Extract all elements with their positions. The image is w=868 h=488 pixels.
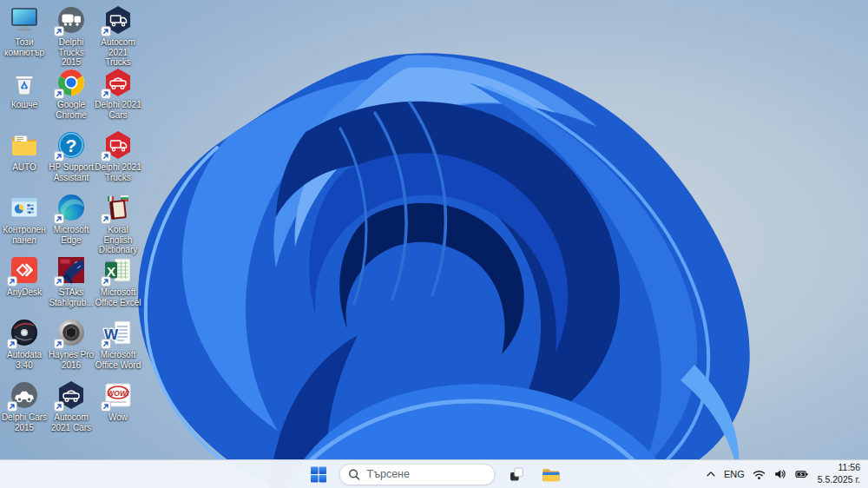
- desktop-icon-cars-circle[interactable]: Delphi Cars 2015: [1, 379, 48, 432]
- desktop-icon-recycle-bin[interactable]: Кошче: [1, 67, 48, 110]
- desktop-icon-disc[interactable]: Autodata 3.40: [1, 317, 48, 370]
- desktop-icon-label: Microsoft Office Excel: [95, 287, 141, 307]
- file-explorer-button[interactable]: [537, 463, 563, 485]
- desktop-icon-label: Autocom 2021 Cars: [48, 412, 95, 432]
- windows-desktop: ?: [0, 0, 868, 488]
- desktop-icon-label: Microsoft Office Word: [95, 350, 141, 370]
- desktop-icon-excel[interactable]: Microsoft Office Excel: [95, 254, 141, 307]
- shortcut-arrow-icon: [7, 401, 17, 412]
- desktop-icon-label: STAks Stahlgrub...: [48, 287, 95, 307]
- shortcut-arrow-icon: [101, 339, 111, 349]
- this-pc-icon: [9, 4, 40, 36]
- desktop-icon-this-pc[interactable]: Този компютър: [1, 4, 48, 57]
- desktop-icon-label: Wow: [95, 412, 141, 423]
- search-placeholder: Търсене: [367, 468, 410, 480]
- desktop-icon-dictionary[interactable]: Koral English Dictionary: [95, 192, 141, 255]
- desktop-icon-label: Haynes Pro 2016: [48, 350, 95, 370]
- windows-logo-icon: [310, 466, 326, 483]
- desktop-icon-folder[interactable]: AUTO: [1, 129, 48, 173]
- folder-icon: [9, 129, 40, 161]
- battery-charging-icon[interactable]: [794, 468, 810, 480]
- clock-time: 11:56: [818, 462, 860, 474]
- desktop-icon-label: Autocom 2021 Trucks: [95, 37, 141, 68]
- wifi-icon[interactable]: [753, 469, 766, 480]
- desktop-icon-truck-hex-dark[interactable]: Autocom 2021 Trucks: [95, 4, 141, 68]
- clock-date: 5.5.2025 г.: [818, 474, 860, 486]
- desktop-icon-label: Delphi 2021 Trucks: [95, 162, 141, 182]
- desktop-icon-label: Google Chrome: [48, 100, 95, 120]
- desktop-icon-label: Koral English Dictionary: [95, 225, 141, 255]
- desktop-icon-haynes[interactable]: Haynes Pro 2016: [48, 317, 95, 370]
- search-icon: [349, 469, 360, 480]
- desktop-icon-wow[interactable]: Wow: [95, 379, 141, 423]
- recycle-bin-icon: [9, 67, 40, 98]
- shortcut-arrow-icon: [54, 214, 64, 224]
- desktop-icon-edge[interactable]: Microsoft Edge: [48, 192, 95, 245]
- desktop-icon-truck-hex-red[interactable]: Delphi 2021 Trucks: [95, 129, 141, 182]
- desktop-icon-stahl[interactable]: STAks Stahlgrub...: [48, 254, 95, 307]
- desktop-icon-label: HP Support Assistant: [48, 162, 95, 182]
- shortcut-arrow-icon: [54, 401, 64, 412]
- desktop-icon-hp-question[interactable]: HP Support Assistant: [48, 129, 95, 182]
- desktop-icon-label: AUTO: [1, 162, 48, 173]
- language-indicator[interactable]: ENG: [724, 469, 745, 479]
- desktop-icon-word[interactable]: Microsoft Office Word: [95, 317, 141, 370]
- shortcut-arrow-icon: [101, 151, 111, 162]
- shortcut-arrow-icon: [54, 276, 64, 287]
- shortcut-arrow-icon: [101, 214, 111, 224]
- shortcut-arrow-icon: [101, 26, 111, 36]
- shortcut-arrow-icon: [7, 276, 17, 287]
- shortcut-arrow-icon: [54, 89, 64, 99]
- file-explorer-icon: [540, 465, 560, 485]
- tray-chevron-up[interactable]: [706, 469, 716, 479]
- desktop-icon-label: Кошче: [1, 100, 48, 110]
- desktop-icon-anydesk[interactable]: AnyDesk: [1, 254, 48, 298]
- shortcut-arrow-icon: [7, 339, 17, 349]
- desktop-icon-control-panel[interactable]: Контролен панел: [1, 192, 48, 245]
- shortcut-arrow-icon: [54, 339, 64, 349]
- volume-icon[interactable]: [773, 468, 786, 480]
- desktop-icon-label: AnyDesk: [1, 287, 48, 298]
- desktop-icon-label: Delphi Trucks 2015: [48, 37, 95, 68]
- desktop-icon-label: Този компютър: [1, 37, 48, 57]
- desktop-icon-grid: Този компютър Delphi Trucks 2015 Autocom…: [0, 0, 868, 488]
- task-view-icon: [507, 465, 525, 484]
- start-button[interactable]: [306, 463, 332, 485]
- desktop-icon-chrome[interactable]: Google Chrome: [48, 67, 95, 120]
- desktop-icon-label: Контролен панел: [1, 225, 48, 245]
- desktop-icon-label: Delphi Cars 2015: [1, 412, 48, 432]
- shortcut-arrow-icon: [54, 26, 64, 36]
- shortcut-arrow-icon: [54, 151, 64, 162]
- search-box[interactable]: Търсене: [339, 464, 496, 485]
- shortcut-arrow-icon: [101, 89, 111, 99]
- desktop-icon-label: Microsoft Edge: [48, 225, 95, 245]
- desktop-icon-car-hex-dark[interactable]: Autocom 2021 Cars: [48, 379, 95, 432]
- task-view-button[interactable]: [503, 463, 529, 485]
- desktop-icon-label: Autodata 3.40: [1, 350, 48, 370]
- shortcut-arrow-icon: [101, 401, 111, 412]
- desktop-icon-trucks-circle[interactable]: Delphi Trucks 2015: [48, 4, 95, 68]
- taskbar: Търсене ENG: [0, 459, 868, 488]
- clock[interactable]: 11:56 5.5.2025 г.: [818, 462, 860, 485]
- desktop-icon-label: Delphi 2021 Cars: [95, 100, 141, 120]
- shortcut-arrow-icon: [101, 276, 111, 287]
- desktop-icon-car-hex-red[interactable]: Delphi 2021 Cars: [95, 67, 141, 120]
- control-panel-icon: [9, 192, 40, 223]
